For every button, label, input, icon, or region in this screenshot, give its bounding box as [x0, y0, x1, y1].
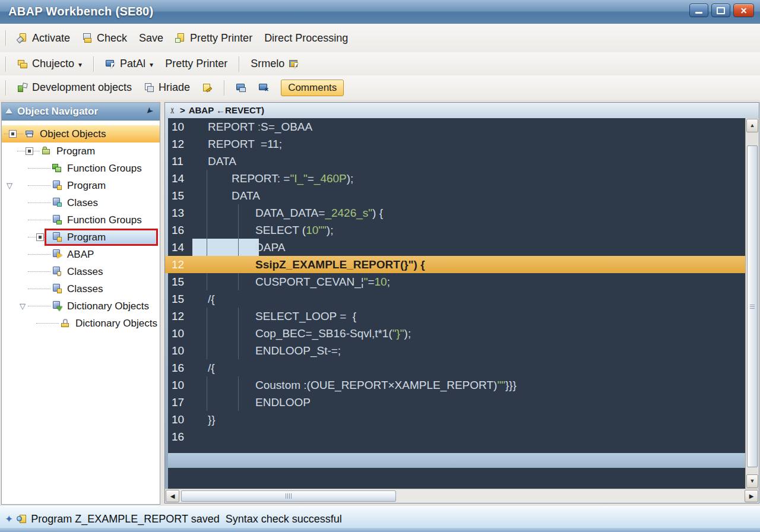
code-content: ENDLOOP [196, 394, 745, 411]
tree-connector [28, 254, 50, 255]
code-content: DAPA [196, 239, 745, 256]
code-line[interactable]: 16/{ [165, 359, 745, 376]
expand-box[interactable] [9, 130, 17, 138]
code-line[interactable]: 10}} [165, 411, 745, 428]
editor-body[interactable]: 10REPORT :S=_OBAA12REPORT =11;11DATA14RE… [165, 118, 759, 489]
note-edit-button[interactable] [202, 83, 213, 93]
hriade-button[interactable]: Hriade [144, 81, 190, 94]
line-number: 17 [172, 394, 195, 411]
code-line[interactable]: 13DATA_DATA=_2426_s") { [165, 204, 745, 221]
minimize-button[interactable] [689, 4, 708, 17]
screen-select-icon [105, 59, 116, 69]
tree-item-dictionary-objects[interactable]: Dictionary Objects [2, 297, 160, 315]
code-line[interactable]: 16SELECT (10""); [165, 221, 745, 239]
code-area[interactable]: 10REPORT :S=_OBAA12REPORT =11;11DATA14RE… [165, 118, 745, 489]
screen-close-button[interactable] [258, 83, 269, 93]
navigator-glyph-icon [5, 108, 12, 113]
code-line[interactable]: 10REPORT :S=_OBAA [165, 118, 745, 135]
horizontal-scrollbar[interactable] [165, 489, 759, 503]
line-number: 12 [172, 135, 195, 153]
code-text: }} [208, 411, 216, 428]
patal-button[interactable]: PatAl [105, 58, 153, 70]
development-objects-label: Development objects [32, 81, 132, 94]
code-line[interactable]: 16 [165, 428, 745, 445]
code-text: SELECT_LOOP = { [255, 308, 356, 325]
patal-label: PatAl [120, 58, 145, 70]
tree-item-function-groups[interactable]: Function Groups [2, 211, 160, 229]
screen-copy-button[interactable] [236, 83, 246, 93]
tree-item-classes[interactable]: Classes [2, 280, 160, 297]
code-line[interactable]: 12REPORT =11; [165, 135, 745, 153]
indent-guide [207, 204, 207, 221]
maximize-button[interactable] [711, 4, 730, 17]
tree-item-program[interactable]: Program [2, 229, 160, 246]
srmelo-button[interactable]: Srmelo [251, 58, 299, 70]
code-content: SsipZ_EXAMPLE_REPORT(}") { [196, 256, 745, 273]
tree-item-object-objects[interactable]: Object Objects [2, 125, 160, 142]
pretty-printer-button[interactable]: Pretty Printer [175, 32, 252, 45]
code-line[interactable]: 10ENDLOOP_St-=; [165, 342, 745, 359]
code-line-highlighted[interactable]: 12SsipZ_EXAMPLE_REPORT(}") { [165, 256, 745, 273]
code-line[interactable]: 10Cop_BEC=_SB16-Sqvl,t*1("}"); [165, 325, 745, 342]
pin-icon[interactable] [144, 106, 155, 116]
close-button[interactable]: ✕ [733, 4, 754, 17]
scroll-right-button[interactable] [745, 490, 758, 502]
indent-guide [207, 394, 207, 411]
indent-guide [207, 221, 207, 239]
code-line[interactable]: 10Coustom :(OUE_REPORT×XAMPLE_REPORT)""}… [165, 376, 745, 394]
expand-box[interactable] [36, 233, 44, 241]
code-line[interactable]: 11DATA [165, 153, 745, 170]
scroll-up-button[interactable] [746, 119, 758, 132]
code-line[interactable]: 14REPORT: ="I_"=_460P); [165, 170, 745, 187]
code-line[interactable]: 12SELECT_LOOP = { [165, 308, 745, 325]
code-editor-panel: > ABAP ←REVECT) 10REPORT :S=_OBAA12REPOR… [164, 102, 759, 504]
expand-arrow-icon[interactable] [7, 177, 12, 194]
code-line[interactable]: 14DAPA [165, 239, 745, 256]
horizontal-scroll-thumb[interactable] [181, 490, 396, 502]
expand-arrow-icon[interactable] [20, 297, 26, 315]
indent-guide [207, 273, 207, 290]
tree-item-program[interactable]: Program [2, 177, 160, 194]
code-content: REPORT :S=_OBAA [196, 118, 745, 135]
tree-item-function-groups[interactable]: Function Groups [2, 160, 160, 177]
line-number: 12 [172, 256, 195, 273]
tree-item-abap[interactable]: ABAP [2, 246, 160, 263]
expand-box[interactable] [26, 147, 33, 155]
check-button[interactable]: Check [82, 32, 127, 45]
code-content: DATA [196, 153, 745, 170]
pretty-printer-button[interactable]: Pretty Printer [165, 58, 227, 70]
indent-guide [238, 342, 239, 359]
code-line[interactable]: 15CUSPORT_CEVAN_¦"=10; [165, 273, 745, 290]
tree-item-classes[interactable]: Classes [2, 263, 160, 280]
tree-item-clases[interactable]: Clases [2, 194, 160, 211]
code-content: DATA [196, 187, 745, 204]
code-line[interactable]: 15DATA [165, 187, 745, 204]
maximize-icon [717, 7, 725, 14]
chujecto-button[interactable]: Chujecto [17, 58, 82, 70]
line-number: 10 [172, 342, 195, 359]
tree-item-dictionary-objects[interactable]: Dictionary Objects [2, 315, 160, 332]
comments-button[interactable]: Comments [281, 80, 344, 96]
save-button[interactable]: Save [139, 32, 163, 45]
vertical-scrollbar[interactable] [745, 118, 759, 489]
development-objects-button[interactable]: Development objects [17, 81, 132, 94]
pretty-printer-icon [175, 33, 186, 43]
code-line[interactable]: 17ENDLOOP [165, 394, 745, 411]
direct-processing-button[interactable]: Direct Processing [264, 32, 348, 45]
scroll-down-button[interactable] [746, 474, 758, 488]
indent-guide [207, 170, 207, 187]
line-number: 15 [172, 290, 195, 308]
code-text: DAPA [255, 239, 285, 256]
activate-button[interactable]: Activate [17, 32, 70, 45]
vertical-scroll-thumb[interactable] [747, 145, 758, 467]
status-message: Program Z_EXAMPLE_REPORT saved Syntax ch… [31, 513, 342, 525]
scroll-left-button[interactable] [166, 490, 179, 502]
code-text: Coustom :(OUE_REPORT×XAMPLE_REPORT)""}}} [255, 376, 517, 394]
code-line[interactable]: 15/{ [165, 290, 745, 308]
line-number: 10 [172, 411, 195, 428]
tree-item-program[interactable]: Program [2, 142, 160, 160]
line-number: 16 [172, 428, 195, 445]
tree-item-label: Clases [67, 194, 98, 211]
line-number: 14 [172, 239, 195, 256]
classes-badge-icon [52, 197, 62, 208]
